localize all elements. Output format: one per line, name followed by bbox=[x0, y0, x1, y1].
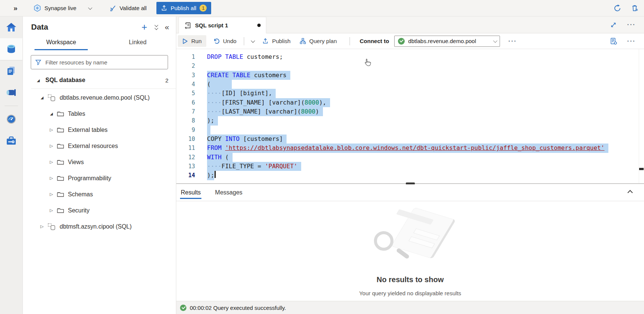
code-line-8[interactable]: 8); bbox=[176, 116, 644, 125]
query-plan-button[interactable]: Query plan bbox=[295, 35, 341, 47]
connect-to-label: Connect to bbox=[360, 38, 389, 44]
status-message: 00:00:02 Query executed successfully. bbox=[190, 305, 286, 311]
tree-item-external-tables[interactable]: ▷External tables bbox=[23, 122, 176, 138]
expand-menu-icon[interactable]: » bbox=[14, 4, 18, 12]
tab-more-actions-icon[interactable]: ··· bbox=[627, 21, 636, 28]
tree-item-dbtmsft-azsyn-cipool-sql-[interactable]: ▷dbtmsft.azsyn.cipool (SQL) bbox=[23, 218, 176, 235]
filter-input[interactable] bbox=[45, 59, 164, 66]
code-line-12[interactable]: 12WITH ( bbox=[176, 153, 644, 162]
discard-all-icon[interactable] bbox=[630, 4, 639, 12]
add-resource-button[interactable]: + bbox=[141, 23, 147, 31]
expand-triangle-icon[interactable]: ▷ bbox=[49, 160, 54, 164]
expand-triangle-icon[interactable]: ▷ bbox=[49, 127, 54, 132]
code-line-2[interactable]: 2 bbox=[176, 61, 644, 70]
sql-database-section[interactable]: ◢ SQL database 2 bbox=[23, 73, 176, 88]
top-bar: » Synapse live Validate all Publish all … bbox=[0, 0, 644, 16]
collapse-results-chevron-icon[interactable] bbox=[627, 190, 633, 195]
code-line-6[interactable]: 6····[FIRST_NAME] [varchar](8000), bbox=[176, 98, 644, 107]
sidebar-item-monitor[interactable] bbox=[0, 108, 23, 130]
code-line-3[interactable]: 3CREATE TABLE customers bbox=[176, 71, 644, 80]
code-line-content: ( bbox=[207, 80, 232, 89]
sidebar-item-manage[interactable] bbox=[0, 130, 23, 152]
tab-linked[interactable]: Linked bbox=[99, 34, 176, 50]
code-line-4[interactable]: 4( bbox=[176, 80, 644, 89]
tree-item-schemas[interactable]: ▷Schemas bbox=[23, 186, 176, 202]
results-pane: Results Messages No results to show Your… bbox=[176, 184, 644, 301]
tab-messages[interactable]: Messages bbox=[214, 184, 243, 201]
code-line-5[interactable]: 5····[ID] [bigint], bbox=[176, 89, 644, 98]
expand-triangle-icon[interactable]: ▷ bbox=[49, 144, 54, 148]
tab-label: SQL script 1 bbox=[195, 22, 254, 28]
code-line-11[interactable]: 11FROM 'https://dbtlabsynapsedatalake.bl… bbox=[176, 144, 644, 153]
expand-triangle-icon[interactable]: ▷ bbox=[49, 192, 54, 197]
tab-workspace[interactable]: Workspace bbox=[23, 34, 99, 50]
data-panel: Data + « Workspace Linked ◢ SQL database… bbox=[23, 16, 176, 314]
editor-scrollbar[interactable] bbox=[639, 49, 644, 183]
tree-item-label: Programmability bbox=[68, 175, 111, 182]
expand-triangle-icon[interactable]: ▷ bbox=[39, 224, 45, 229]
undo-dropdown-chevron-icon[interactable] bbox=[251, 38, 255, 42]
tree-item-label: Tables bbox=[68, 111, 85, 117]
line-number: 6 bbox=[176, 98, 195, 107]
data-panel-title: Data bbox=[31, 22, 48, 31]
expand-triangle-icon[interactable]: ▷ bbox=[49, 176, 54, 181]
run-button[interactable]: Run bbox=[178, 35, 206, 47]
tree-item-views[interactable]: ▷Views bbox=[23, 154, 176, 170]
tree-item-label: Security bbox=[68, 207, 90, 214]
folder-icon bbox=[57, 191, 64, 197]
tree-item-programmability[interactable]: ▷Programmability bbox=[23, 170, 176, 186]
line-number: 8 bbox=[176, 116, 195, 125]
run-play-icon bbox=[182, 38, 188, 44]
tree-item-security[interactable]: ▷Security bbox=[23, 202, 176, 218]
sidebar-item-integrate[interactable] bbox=[0, 82, 23, 103]
code-line-content bbox=[207, 126, 210, 135]
pool-icon bbox=[48, 94, 56, 102]
toolbar-more-actions-icon[interactable]: ··· bbox=[508, 37, 517, 45]
synapse-live-selector[interactable]: Synapse live bbox=[33, 4, 91, 12]
scrollbar-cursor-marker[interactable] bbox=[639, 168, 644, 170]
code-line-1[interactable]: 1DROP TABLE customers; bbox=[176, 52, 644, 61]
code-line-content: ); bbox=[207, 171, 214, 180]
line-number: 12 bbox=[176, 153, 195, 162]
code-editor[interactable]: 1DROP TABLE customers;23CREATE TABLE cus… bbox=[176, 49, 644, 183]
tree-item-tables[interactable]: ◢Tables bbox=[23, 106, 176, 122]
tab-results[interactable]: Results bbox=[180, 184, 201, 201]
code-line-7[interactable]: 7····[LAST_NAME] [varchar](8000) bbox=[176, 107, 644, 116]
collapse-triangle-icon[interactable]: ◢ bbox=[49, 112, 54, 116]
more-actions-icon[interactable]: ··· bbox=[627, 37, 636, 45]
connect-to-pool-dropdown[interactable]: dbtlabs.revenue.demo.pool bbox=[394, 36, 500, 47]
database-icon bbox=[6, 43, 17, 55]
expand-editor-icon[interactable] bbox=[610, 22, 617, 28]
sidebar-item-develop[interactable] bbox=[0, 60, 23, 82]
run-label: Run bbox=[191, 38, 202, 44]
sidebar-item-data[interactable] bbox=[0, 38, 23, 60]
refresh-icon[interactable] bbox=[613, 4, 621, 12]
expand-triangle-icon[interactable]: ◢ bbox=[36, 78, 41, 82]
chevron-down-icon bbox=[493, 38, 497, 42]
code-line-content: ····[LAST_NAME] [varchar](8000) bbox=[207, 107, 323, 116]
upload-icon bbox=[161, 5, 167, 11]
properties-icon[interactable] bbox=[610, 37, 617, 45]
sidebar-item-home[interactable] bbox=[0, 16, 23, 38]
data-panel-tabs: Workspace Linked bbox=[23, 34, 176, 50]
tab-sql-script-1[interactable]: SQL script 1 bbox=[179, 17, 266, 33]
code-line-13[interactable]: 13····FILE_TYPE = 'PARQUET' bbox=[176, 162, 644, 171]
empty-results-state: No results to show Your query yielded no… bbox=[176, 201, 644, 301]
tree-item-external-resources[interactable]: ▷External resources bbox=[23, 138, 176, 154]
line-number: 1 bbox=[176, 52, 195, 61]
validate-all-button[interactable]: Validate all bbox=[109, 5, 147, 11]
expand-triangle-icon[interactable]: ▷ bbox=[49, 208, 54, 213]
code-line-9[interactable]: 9 bbox=[176, 126, 644, 135]
collapse-all-icon[interactable] bbox=[155, 24, 157, 30]
collapse-panel-icon[interactable]: « bbox=[165, 24, 169, 30]
publish-all-button[interactable]: Publish all 1 bbox=[156, 2, 211, 14]
line-number: 10 bbox=[176, 135, 195, 144]
code-line-10[interactable]: 10COPY INTO [customers] bbox=[176, 135, 644, 144]
publish-button[interactable]: Publish bbox=[258, 35, 295, 47]
code-line-14[interactable]: 14); bbox=[176, 171, 644, 180]
line-number: 11 bbox=[176, 144, 195, 153]
tree-item-dbtlabs-revenue-demo-pool-sql-[interactable]: ◢dbtlabs.revenue.demo.pool (SQL) bbox=[23, 90, 176, 106]
undo-button[interactable]: Undo bbox=[209, 35, 241, 47]
folder-icon bbox=[57, 159, 64, 165]
collapse-triangle-icon[interactable]: ◢ bbox=[39, 96, 45, 100]
